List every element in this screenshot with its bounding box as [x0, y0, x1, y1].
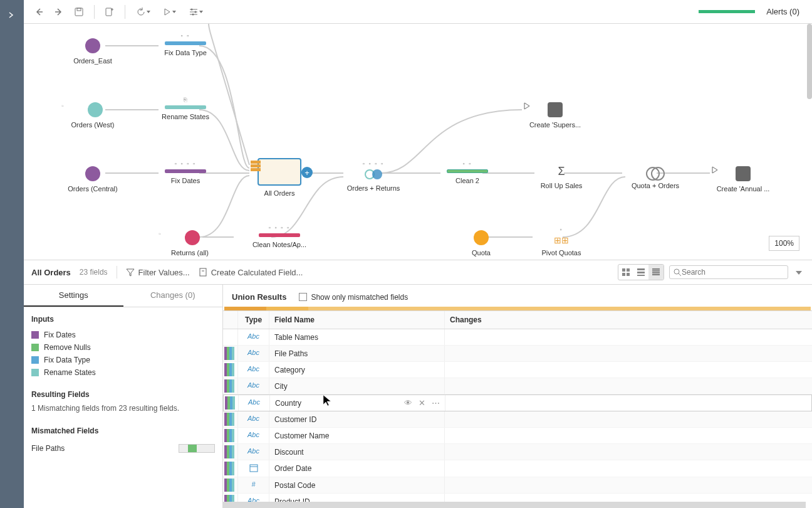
filter-values-button[interactable]: Filter Values... — [126, 268, 190, 277]
step-indicators: ▫ ▫ — [436, 161, 499, 167]
table-row[interactable]: # Postal Code — [223, 477, 812, 494]
mismatched-heading: Mismatched Fields — [31, 426, 215, 435]
field-name-cell[interactable]: City — [269, 378, 445, 394]
field-name-cell[interactable]: Customer Name — [269, 428, 445, 443]
type-cell[interactable]: Abc — [238, 411, 269, 427]
node-create-annual[interactable]: Create 'Annual ... — [712, 166, 774, 193]
col-changes[interactable]: Changes — [445, 311, 812, 329]
field-name-cell[interactable]: Postal Code — [269, 477, 445, 493]
node-returns-all[interactable]: ▫ Returns (all) — [159, 230, 221, 257]
search-box[interactable] — [669, 265, 788, 279]
type-cell[interactable]: Abc — [239, 395, 270, 411]
field-name-cell[interactable]: Order Date — [269, 460, 445, 477]
svg-rect-18 — [627, 268, 630, 272]
type-cell[interactable]: Abc — [238, 444, 269, 460]
field-name-cell[interactable]: File Paths — [269, 346, 445, 361]
node-quota-orders[interactable]: Quota + Orders — [624, 167, 687, 189]
play-icon[interactable] — [524, 102, 530, 110]
mismatched-field-row[interactable]: File Paths — [31, 440, 215, 457]
database-icon — [85, 38, 100, 53]
type-cell[interactable] — [238, 460, 269, 477]
canvas-scrollbar[interactable] — [807, 24, 812, 260]
svg-point-9 — [159, 231, 165, 233]
changes-cell — [445, 346, 812, 361]
tab-changes[interactable]: Changes (0) — [123, 285, 223, 307]
play-icon[interactable] — [712, 166, 718, 174]
input-item[interactable]: Fix Dates — [31, 329, 215, 341]
node-all-orders[interactable]: All Orders + — [248, 158, 311, 197]
field-name-cell[interactable]: Category — [269, 362, 445, 378]
field-name-cell[interactable]: Customer ID — [269, 411, 445, 427]
add-step-button[interactable]: + — [301, 167, 313, 178]
show-mismatched-checkbox[interactable]: Show only mismatched fields — [299, 293, 408, 302]
type-cell[interactable]: Abc — [238, 428, 269, 443]
table-row[interactable]: Abc Country👁✕⋯ — [223, 394, 812, 411]
tab-settings[interactable]: Settings — [24, 285, 123, 307]
add-connection-button[interactable] — [101, 3, 118, 21]
back-button[interactable] — [30, 3, 48, 21]
remove-icon[interactable]: ✕ — [419, 398, 425, 408]
svg-point-15 — [450, 231, 457, 233]
table-row[interactable]: Abc Discount — [223, 444, 812, 460]
join-icon — [646, 167, 665, 178]
svg-rect-10 — [251, 161, 261, 164]
node-pivot-quotas[interactable]: ▫ ⊞⊞ Pivot Quotas — [530, 226, 593, 257]
table-row[interactable]: Abc City — [223, 378, 812, 394]
type-cell[interactable]: Abc — [238, 329, 269, 345]
type-cell[interactable]: # — [238, 477, 269, 493]
input-item[interactable]: Remove Nulls — [31, 341, 215, 354]
table-row[interactable]: Order Date — [223, 460, 812, 477]
node-fix-dates[interactable]: ▫ ▫ ▫ ▫ Fix Dates — [154, 161, 217, 184]
alerts-button[interactable]: Alerts (0) — [766, 7, 799, 16]
table-row[interactable]: Abc Customer Name — [223, 428, 812, 444]
flow-canvas[interactable]: Orders_East ▫ ▫ Fix Data Type ▫ Orders (… — [24, 24, 807, 260]
database-icon — [85, 166, 100, 181]
view-grid-button[interactable] — [618, 265, 633, 280]
node-clean-2[interactable]: ▫ ▫ Clean 2 — [436, 161, 499, 184]
node-roll-up-sales[interactable]: Σ Roll Up Sales — [530, 165, 593, 189]
col-field-name[interactable]: Field Name — [269, 311, 445, 329]
col-type[interactable]: Type — [238, 311, 269, 329]
separator — [125, 5, 125, 19]
table-row[interactable]: Abc Table Names — [223, 329, 812, 346]
save-button[interactable] — [70, 3, 88, 21]
create-calc-field-button[interactable]: Create Calculated Field... — [199, 268, 303, 277]
node-orders-west[interactable]: ▫ Orders (West) — [61, 102, 124, 129]
node-rename-states[interactable]: ⎘ Rename States — [154, 97, 217, 120]
input-item[interactable]: Fix Data Type — [31, 354, 215, 366]
panel-menu-button[interactable] — [793, 265, 804, 279]
input-item[interactable]: Rename States — [31, 366, 215, 379]
type-cell[interactable]: Abc — [238, 378, 269, 394]
field-name-cell[interactable]: Country👁✕⋯ — [270, 395, 445, 411]
node-label: Returns (all) — [159, 249, 221, 257]
field-name-cell[interactable]: Table Names — [269, 329, 445, 345]
node-create-supers[interactable]: Create 'Supers... — [524, 102, 586, 129]
search-input[interactable] — [682, 268, 784, 277]
node-orders-east[interactable]: Orders_East — [61, 38, 124, 65]
type-cell[interactable]: Abc — [238, 362, 269, 378]
view-profile-button[interactable] — [633, 265, 648, 280]
refresh-dropdown[interactable] — [132, 3, 155, 21]
node-orders-central[interactable]: Orders (Central) — [61, 166, 124, 193]
expand-rail-button[interactable] — [5, 9, 18, 21]
settings-dropdown[interactable] — [184, 3, 208, 21]
svg-point-8 — [62, 167, 68, 169]
node-label: Fix Dates — [154, 177, 217, 184]
table-row[interactable]: Abc File Paths — [223, 346, 812, 362]
node-orders-returns[interactable]: ▫ ▫ ▫ ▫ Orders + Returns — [342, 161, 405, 192]
horizontal-scrollbar[interactable] — [223, 502, 806, 508]
table-row[interactable]: Abc Customer ID — [223, 411, 812, 428]
table-row[interactable]: Abc Category — [223, 362, 812, 378]
step-indicators: ▫ ▫ ▫ ▫ — [248, 225, 311, 231]
node-fix-data-type[interactable]: ▫ ▫ Fix Data Type — [154, 33, 217, 56]
node-quota[interactable]: Quota — [450, 230, 513, 257]
field-name-cell[interactable]: Discount — [269, 444, 445, 460]
forward-button[interactable] — [50, 3, 68, 21]
type-cell[interactable]: Abc — [238, 346, 269, 361]
hide-icon[interactable]: 👁 — [404, 398, 412, 408]
more-icon[interactable]: ⋯ — [432, 398, 440, 408]
view-list-button[interactable] — [648, 265, 664, 280]
zoom-level[interactable]: 100% — [769, 236, 799, 251]
node-clean-notes[interactable]: ▫ ▫ ▫ ▫ Clean Notes/Ap... — [248, 225, 311, 248]
run-dropdown[interactable] — [158, 3, 182, 21]
